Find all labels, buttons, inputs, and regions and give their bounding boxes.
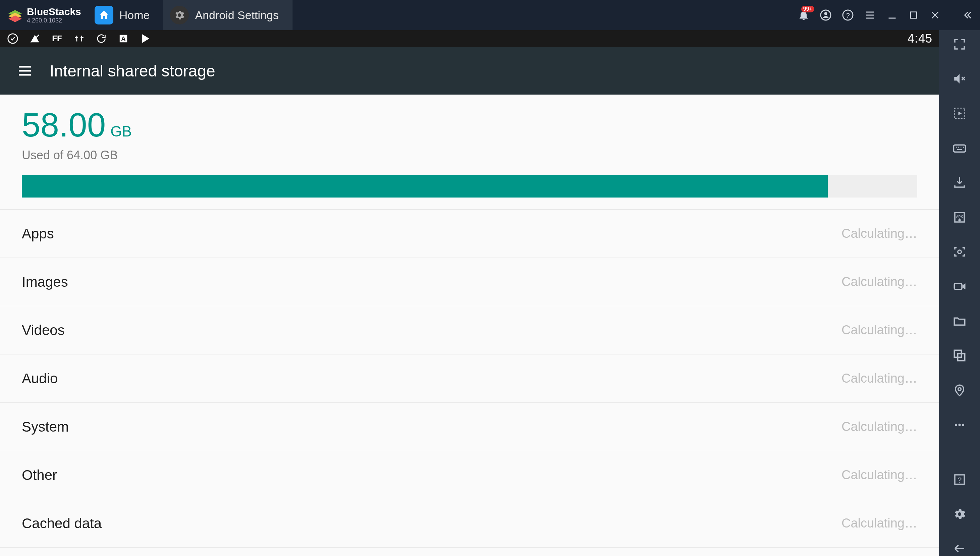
- menu-icon[interactable]: [864, 9, 876, 21]
- svg-rect-16: [954, 283, 962, 289]
- status-icon-2: [29, 32, 41, 45]
- titlebar: BlueStacks 4.260.0.1032 Home Android Set…: [0, 0, 980, 30]
- keymap-icon[interactable]: [949, 106, 970, 120]
- screenshot-icon[interactable]: [949, 244, 970, 259]
- category-value: Calculating…: [841, 420, 917, 434]
- svg-text:A: A: [121, 35, 126, 43]
- svg-point-20: [955, 423, 957, 426]
- category-audio[interactable]: Audio Calculating…: [0, 354, 939, 403]
- category-value: Calculating…: [841, 516, 917, 530]
- used-amount: 58.00: [22, 108, 106, 142]
- account-icon[interactable]: [820, 9, 832, 21]
- category-cached-data[interactable]: Cached data Calculating…: [0, 499, 939, 548]
- category-other[interactable]: Other Calculating…: [0, 451, 939, 499]
- category-list: Apps Calculating… Images Calculating… Vi…: [0, 210, 939, 556]
- logo-area: BlueStacks 4.260.0.1032: [3, 7, 84, 23]
- category-value: Calculating…: [841, 468, 917, 482]
- notification-badge: 99+: [801, 6, 814, 12]
- status-icon-refresh: [95, 32, 107, 45]
- apk-icon[interactable]: APK: [949, 210, 970, 224]
- tab-label: Android Settings: [195, 9, 279, 22]
- status-time: 4:45: [907, 32, 932, 45]
- status-icon-ff: FF: [51, 32, 63, 45]
- tab-android-settings[interactable]: Android Settings: [163, 0, 293, 30]
- svg-text:?: ?: [957, 475, 962, 484]
- svg-rect-12: [954, 145, 965, 152]
- right-sidebar: APK ?: [939, 30, 980, 556]
- folder-icon[interactable]: [949, 314, 970, 328]
- app-name: BlueStacks: [27, 7, 81, 17]
- multi-instance-icon[interactable]: [949, 348, 970, 363]
- category-name: Other: [22, 467, 57, 483]
- category-system[interactable]: System Calculating…: [0, 403, 939, 451]
- status-icon-play: [139, 32, 152, 45]
- category-videos[interactable]: Videos Calculating…: [0, 306, 939, 354]
- category-name: System: [22, 419, 69, 435]
- svg-text:?: ?: [846, 11, 850, 19]
- app-bar: Internal shared storage: [0, 47, 939, 95]
- collapse-sidebar-icon[interactable]: [961, 9, 973, 21]
- storage-summary: 58.00 GB Used of 64.00 GB: [0, 95, 939, 210]
- total-label: Used of 64.00 GB: [22, 148, 917, 162]
- status-icon-4: [73, 32, 85, 45]
- location-icon[interactable]: [949, 383, 970, 398]
- back-icon[interactable]: [949, 541, 970, 556]
- storage-progress-fill: [22, 175, 828, 197]
- storage-content: 58.00 GB Used of 64.00 GB Apps Calculati…: [0, 95, 939, 556]
- svg-point-19: [958, 388, 961, 391]
- svg-point-8: [8, 34, 18, 43]
- category-name: Cached data: [22, 516, 102, 532]
- category-apps[interactable]: Apps Calculating…: [0, 210, 939, 258]
- svg-point-15: [958, 250, 962, 254]
- svg-text:APK: APK: [956, 214, 963, 218]
- page-title: Internal shared storage: [50, 62, 215, 80]
- category-images[interactable]: Images Calculating…: [0, 258, 939, 306]
- android-screen: FF A 4:45 Internal shared s: [0, 30, 939, 556]
- svg-point-21: [959, 423, 961, 426]
- close-icon[interactable]: [929, 9, 941, 21]
- home-icon: [95, 6, 113, 24]
- category-value: Calculating…: [841, 323, 917, 337]
- status-icon-a: A: [117, 32, 129, 45]
- category-name: Images: [22, 274, 68, 290]
- install-apk-icon[interactable]: [949, 175, 970, 190]
- record-icon[interactable]: [949, 279, 970, 293]
- app-version: 4.260.0.1032: [27, 18, 81, 23]
- storage-progress: [22, 175, 917, 197]
- category-value: Calculating…: [841, 275, 917, 289]
- status-icon-1: [7, 32, 19, 45]
- category-name: Videos: [22, 322, 65, 338]
- more-icon[interactable]: [949, 417, 970, 432]
- category-name: Audio: [22, 370, 58, 387]
- android-status-bar: FF A 4:45: [0, 30, 939, 47]
- svg-point-22: [962, 423, 964, 426]
- category-value: Calculating…: [841, 226, 917, 241]
- used-unit: GB: [110, 123, 132, 140]
- bluestacks-logo-icon: [7, 7, 23, 23]
- notifications-icon[interactable]: 99+: [797, 9, 810, 21]
- maximize-icon[interactable]: [908, 10, 919, 21]
- help-icon[interactable]: ?: [842, 9, 854, 21]
- fullscreen-icon[interactable]: [949, 37, 970, 51]
- gear-icon: [170, 6, 189, 24]
- hamburger-icon[interactable]: [17, 63, 33, 79]
- svg-point-4: [825, 12, 827, 15]
- category-value: Calculating…: [841, 371, 917, 386]
- category-name: Apps: [22, 226, 54, 242]
- minimize-icon[interactable]: [886, 9, 898, 21]
- volume-mute-icon[interactable]: [949, 71, 970, 86]
- svg-rect-7: [910, 12, 917, 18]
- keyboard-icon[interactable]: [949, 141, 970, 155]
- shortcuts-help-icon[interactable]: ?: [949, 472, 970, 486]
- settings-icon[interactable]: [949, 507, 970, 522]
- tab-home[interactable]: Home: [88, 0, 164, 30]
- tabs: Home Android Settings: [88, 0, 293, 30]
- tab-label: Home: [120, 9, 150, 22]
